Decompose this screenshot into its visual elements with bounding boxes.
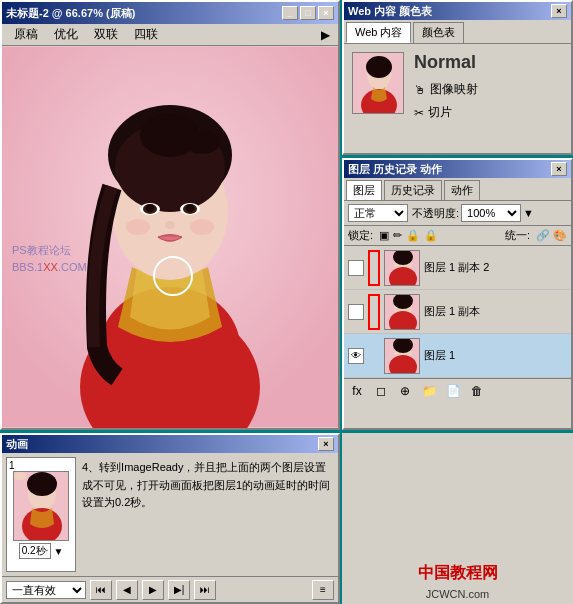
anim-skip-end[interactable]: ⏭: [194, 580, 216, 600]
lock-icons: ▣ ✏ 🔒 🔒: [379, 229, 438, 242]
main-menubar: 原稿 优化 双联 四联 ▶: [2, 24, 338, 46]
cursor-icon: 🖱: [414, 83, 426, 97]
layer-red-box-copy1: [368, 294, 380, 330]
anim-prev-frame[interactable]: ◀: [116, 580, 138, 600]
layer-eye-copy2[interactable]: [348, 260, 364, 276]
frame-time: 0.2秒· ▼: [19, 543, 64, 559]
tab-history[interactable]: 历史记录: [384, 180, 442, 200]
fill-icons: 🔗 🎨: [536, 229, 567, 242]
opacity-select[interactable]: 100%: [461, 204, 521, 222]
minimize-button[interactable]: _: [282, 6, 298, 20]
thumbnail-svg: [353, 53, 404, 114]
svg-point-20: [366, 56, 392, 78]
lock-transparent-icon[interactable]: ▣: [379, 229, 389, 242]
add-adj-icon[interactable]: ⊕: [396, 382, 414, 400]
add-effect-icon[interactable]: fx: [348, 382, 366, 400]
frame-time-dropdown[interactable]: ▼: [53, 546, 63, 557]
layer-thumb-copy1: [384, 294, 420, 330]
svg-rect-38: [14, 472, 26, 480]
layers-panel-titlebar: 图层 历史记录 动作 ×: [344, 160, 571, 178]
layer-row-copy1[interactable]: 图层 1 副本: [344, 290, 571, 334]
anim-bottom-controls: 一直有效 ⏮ ◀ ▶ ▶| ⏭ ≡: [2, 576, 338, 602]
option-image-map[interactable]: 🖱 图像映射: [414, 81, 478, 98]
svg-point-11: [146, 204, 154, 212]
frame-number: 1: [9, 460, 15, 471]
close-button[interactable]: ×: [318, 6, 334, 20]
main-image-window: 未标题-2 @ 66.67% (原稿) _ □ × 原稿 优化 双联 四联 ▶: [0, 0, 340, 430]
new-layer-icon[interactable]: 📄: [444, 382, 462, 400]
tab-actions[interactable]: 动作: [444, 180, 480, 200]
anim-skip-start[interactable]: ⏮: [90, 580, 112, 600]
tab-layers[interactable]: 图层: [346, 180, 382, 200]
anim-frame-1[interactable]: 1 0.2秒· ▼: [6, 457, 76, 572]
menu-arrow-icon: ▶: [321, 28, 334, 42]
svg-point-17: [190, 219, 214, 235]
tab-double[interactable]: 双联: [86, 24, 126, 45]
image-map-label: 图像映射: [430, 81, 478, 98]
image-canvas: PS教程论坛 BBS.1XX.COM: [2, 46, 338, 428]
lock-move-icon[interactable]: 🔒: [406, 229, 420, 242]
titlebar-buttons: _ □ ×: [282, 6, 334, 20]
web-content-titlebar: Web 内容 颜色表 ×: [344, 2, 571, 20]
main-window-title: 未标题-2 @ 66.67% (原稿): [6, 6, 282, 21]
layer-row-1[interactable]: 👁 图层 1: [344, 334, 571, 378]
lock-label: 锁定:: [348, 228, 373, 243]
delete-layer-icon[interactable]: 🗑: [468, 382, 486, 400]
tab-color-table[interactable]: 颜色表: [413, 22, 464, 43]
anim-titlebar: 动画 ×: [2, 435, 338, 453]
layer-thumb-1: [384, 338, 420, 374]
woman-illustration: [2, 46, 338, 428]
svg-point-16: [126, 219, 150, 235]
web-content-tabs: Web 内容 颜色表: [344, 20, 571, 44]
lock-paint-icon[interactable]: ✏: [393, 229, 402, 242]
folder-icon[interactable]: 📁: [420, 382, 438, 400]
tab-web-content[interactable]: Web 内容: [346, 22, 411, 43]
layer-eye-copy1[interactable]: [348, 304, 364, 320]
brand-name: 中国教程网: [418, 563, 498, 584]
layers-panel-title-text: 图层 历史记录 动作: [348, 162, 442, 177]
slice-icon: ✂: [414, 106, 424, 120]
web-content-close[interactable]: ×: [551, 4, 567, 18]
anim-close-button[interactable]: ×: [318, 437, 334, 451]
layers-tabs: 图层 历史记录 动作: [344, 178, 571, 201]
watermark: PS教程论坛 BBS.1XX.COM: [12, 242, 87, 275]
layer-row-copy2[interactable]: 图层 1 副本 2: [344, 246, 571, 290]
layers-list: 图层 1 副本 2 图层 1 副本 👁: [344, 246, 571, 378]
layer-eye-1[interactable]: 👁: [348, 348, 364, 364]
bottom-right-brand-panel: 中国教程网 JCWCN.com: [342, 433, 573, 604]
opacity-label: 不透明度:: [412, 206, 459, 221]
frame-thumb: [13, 471, 69, 541]
anim-loop-select[interactable]: 一直有效: [6, 581, 86, 599]
tab-quad[interactable]: 四联: [126, 24, 166, 45]
image-thumbnail: [352, 52, 404, 114]
frame-thumb-svg: [14, 472, 69, 541]
circle-overlay: [153, 256, 193, 296]
anim-play-stop[interactable]: ▶: [142, 580, 164, 600]
layer-name-1: 图层 1: [424, 348, 567, 363]
frame-time-value[interactable]: 0.2秒·: [19, 543, 52, 559]
maximize-button[interactable]: □: [300, 6, 316, 20]
tab-original[interactable]: 原稿: [6, 24, 46, 45]
option-slice[interactable]: ✂ 切片: [414, 104, 478, 121]
web-content-title: Web 内容 颜色表: [348, 4, 432, 19]
anim-description: 4、转到ImageReady，并且把上面的两个图层设置成不可见，打开动画面板把图…: [80, 457, 334, 572]
layers-toolbar: 正常 不透明度: 100% ▼: [344, 201, 571, 226]
tab-optimize[interactable]: 优化: [46, 24, 86, 45]
add-mask-icon[interactable]: ◻: [372, 382, 390, 400]
svg-point-37: [27, 472, 57, 496]
watermark-line1: PS教程论坛: [12, 242, 87, 259]
svg-point-15: [165, 221, 175, 229]
layer-thumb-svg-copy1: [385, 295, 420, 330]
anim-options[interactable]: ≡: [312, 580, 334, 600]
animation-panel: 动画 × 1 0.2秒· ▼ 4、转到ImageReady，: [0, 433, 340, 604]
right-top-info: Normal 🖱 图像映射 ✂ 切片: [414, 52, 478, 121]
panel-options: 🖱 图像映射 ✂ 切片: [414, 81, 478, 121]
lock-all-icon[interactable]: 🔒: [424, 229, 438, 242]
svg-point-14: [186, 204, 194, 212]
layers-panel: 图层 历史记录 动作 × 图层 历史记录 动作 正常 不透明度: 100% ▼ …: [342, 158, 573, 430]
anim-next-frame[interactable]: ▶|: [168, 580, 190, 600]
layers-mode-select[interactable]: 正常: [348, 204, 408, 222]
anim-content: 1 0.2秒· ▼ 4、转到ImageReady，并且把上面的两个图层设置成不可…: [2, 453, 338, 576]
layers-panel-close[interactable]: ×: [551, 162, 567, 176]
dropdown-icon: ▼: [523, 207, 534, 219]
